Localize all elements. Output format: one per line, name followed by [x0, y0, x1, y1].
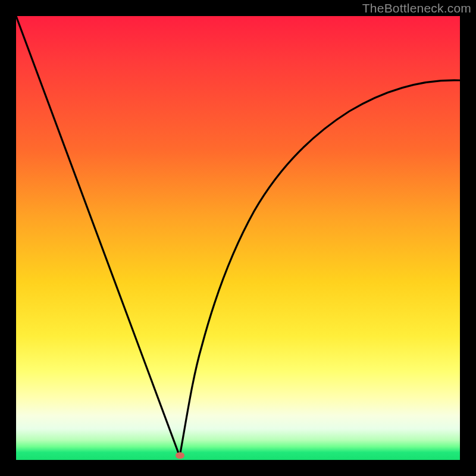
plot-area [16, 16, 460, 460]
curve-left-branch [16, 16, 180, 456]
watermark-text: TheBottleneck.com [362, 1, 471, 15]
minimum-marker [176, 452, 184, 459]
chart-frame: TheBottleneck.com [0, 0, 476, 476]
bottleneck-curve [16, 16, 460, 460]
curve-right-branch [180, 80, 460, 456]
